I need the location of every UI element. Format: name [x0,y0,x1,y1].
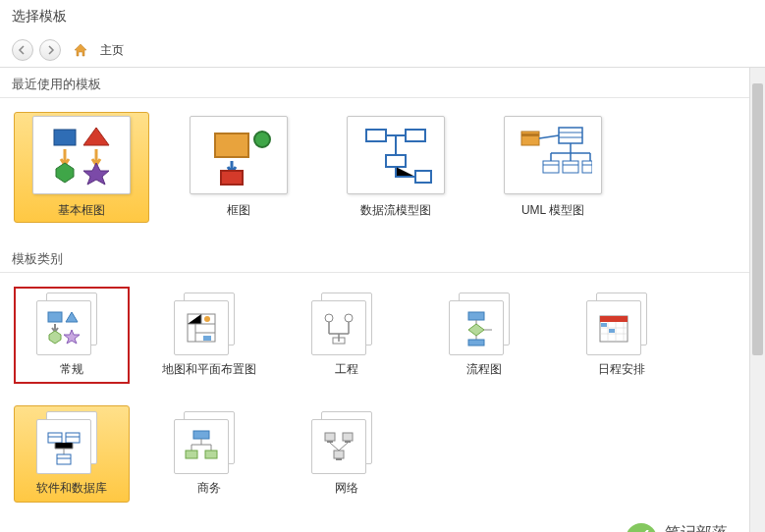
template-label: 框图 [227,202,250,219]
watermark-title: 笔记部落 [665,523,747,532]
svg-rect-42 [327,441,333,443]
category-label: 常规 [60,361,83,378]
template-thumb [190,116,288,194]
category-label: 商务 [197,480,221,497]
category-label: 软件和数据库 [36,480,107,497]
template-thumb [504,116,602,194]
svg-point-2 [254,132,270,147]
template-label: UML 模型图 [521,202,584,219]
template-label: 数据流模型图 [360,202,431,219]
svg-rect-10 [559,128,582,143]
svg-rect-5 [406,130,425,141]
svg-rect-1 [215,133,248,157]
svg-rect-43 [343,433,353,441]
svg-rect-22 [203,336,211,341]
category-thumb [311,411,382,474]
category-general[interactable]: 常规 [14,287,130,384]
template-basic-block[interactable]: 基本框图 [14,112,149,223]
vertical-scrollbar[interactable] [749,68,765,532]
svg-rect-38 [193,431,209,439]
category-engineering[interactable]: 工程 [289,287,405,384]
svg-rect-27 [468,340,484,346]
svg-rect-3 [221,171,243,185]
template-label: 基本框图 [58,202,105,219]
template-dataflow[interactable]: 数据流模型图 [328,112,464,223]
svg-rect-13 [543,161,559,173]
categories-label: 模板类别 [0,242,765,273]
content-area: 最近使用的模板 基本框图 [0,68,765,532]
template-thumb [347,116,445,194]
svg-rect-46 [336,458,342,460]
category-software-db[interactable]: 软件和数据库 [14,405,130,503]
svg-rect-0 [54,130,76,145]
category-thumb [586,293,657,355]
nav-back-button[interactable] [12,39,33,61]
svg-rect-44 [345,441,351,443]
nav-forward-button[interactable] [39,39,61,61]
svg-rect-19 [48,312,62,322]
svg-rect-45 [334,451,344,458]
recent-templates-row: 基本框图 框图 [0,98,765,242]
category-flowchart[interactable]: 流程图 [426,287,542,384]
svg-point-21 [204,316,210,322]
svg-rect-6 [386,155,406,167]
category-network[interactable]: 网络 [289,405,405,503]
svg-rect-7 [415,171,431,183]
svg-rect-9 [521,133,539,136]
category-maps-floor[interactable]: 地图和平面布置图 [151,287,267,384]
svg-rect-34 [66,433,80,443]
watermark: 笔记部落 www.notetribe.com [626,523,747,532]
category-label: 流程图 [466,361,502,378]
category-label: 网络 [335,480,358,497]
categories-row: 常规 地图和平面布置图 [0,273,765,522]
svg-rect-32 [48,433,62,443]
category-thumb [311,293,382,355]
svg-rect-39 [186,451,197,458]
svg-point-23 [325,314,333,322]
svg-rect-15 [563,161,578,173]
category-thumb [36,293,107,355]
template-uml[interactable]: UML 模型图 [485,112,621,223]
category-thumb [449,293,519,355]
category-label: 日程安排 [598,361,645,378]
template-thumb [32,116,131,194]
page-title: 选择模板 [0,0,765,33]
svg-rect-41 [325,433,335,441]
svg-point-24 [345,314,353,322]
category-thumb [36,411,107,474]
category-label: 地图和平面布置图 [162,361,256,378]
category-label: 工程 [335,361,358,378]
home-icon [73,42,88,58]
svg-rect-26 [468,312,484,320]
category-thumb [174,293,245,355]
category-thumb [174,411,245,474]
svg-rect-4 [366,130,386,141]
svg-rect-40 [205,451,217,458]
category-schedule[interactable]: 日程安排 [564,287,680,384]
svg-rect-29 [600,316,628,322]
svg-rect-30 [601,323,607,327]
svg-rect-17 [582,161,592,173]
recent-templates-label: 最近使用的模板 [0,68,765,98]
home-link[interactable]: 主页 [100,42,124,59]
template-block[interactable]: 框图 [171,112,306,223]
category-business[interactable]: 商务 [151,405,267,503]
nav-bar: 主页 [0,33,765,68]
svg-rect-36 [57,454,71,464]
watermark-badge-icon [626,523,657,532]
svg-rect-31 [609,329,615,333]
